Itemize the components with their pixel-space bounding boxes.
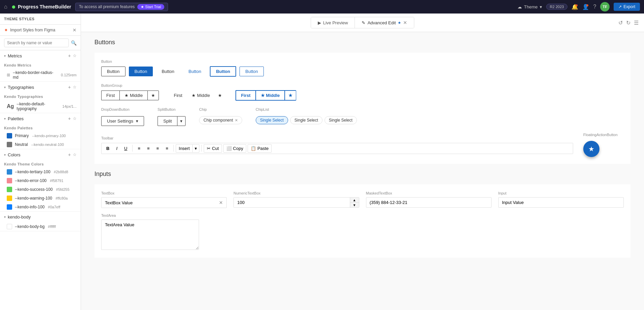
fab-block: FloatingActionButton ★ <box>583 133 624 157</box>
advanced-edit-tab[interactable]: ✎ Advanced Edit ★ ✕ <box>355 17 414 28</box>
start-trial-button[interactable]: ★ Start Trial <box>137 4 164 10</box>
numeric-input[interactable] <box>234 198 349 207</box>
numeric-textbox-field[interactable]: ▲ ▼ <box>233 197 359 208</box>
toolbar-paste-button[interactable]: 📋 Paste <box>248 144 272 153</box>
toolbar-italic-button[interactable]: I <box>113 144 120 153</box>
input-field[interactable] <box>498 197 624 208</box>
typography-default[interactable]: Ag --kendo-default-typography 14px/1... <box>0 100 81 113</box>
star-metrics-button[interactable]: ☆ <box>73 53 77 58</box>
color-tertiary[interactable]: --kendo-tertiary-100 #2b88d8 <box>0 167 81 176</box>
spinner-down-button[interactable]: ▼ <box>350 203 359 207</box>
spinner-up-button[interactable]: ▲ <box>350 198 359 203</box>
help-icon[interactable]: ? <box>593 4 596 10</box>
export-icon: ↗ <box>618 4 622 9</box>
sidebar-section-metrics-header[interactable]: ▾ Metrics + ☆ <box>0 50 81 61</box>
toolbar-insert-arrow-button[interactable]: ▾ <box>193 145 199 152</box>
dropdown-button[interactable]: User Settings ▾ <box>101 116 144 126</box>
btn-group3-middle[interactable]: ★ Middle <box>255 90 285 101</box>
sidebar-section-typographies-header[interactable]: ▾ Typographies + ☆ <box>0 82 81 93</box>
chiplist-label: ChipList <box>256 107 357 111</box>
palette-neutral[interactable]: Neutral --kendo-neutral-100 <box>0 140 81 149</box>
figma-import-bar[interactable]: ✦ Import Styles from Figma ✕ <box>0 25 81 36</box>
chip-item-2[interactable]: Single Select <box>290 116 323 124</box>
toolbar-align-left-button[interactable]: ≡ <box>135 144 143 153</box>
btn-group2-star[interactable]: ★ <box>215 91 225 100</box>
masked-textbox-field[interactable] <box>366 197 492 208</box>
star-colors-button[interactable]: ☆ <box>73 152 77 157</box>
toolbar-cut-button[interactable]: ✂ Cut <box>204 144 222 153</box>
kendo-body-section-header[interactable]: ▾ kendo-body <box>0 212 81 222</box>
metric-border-radius[interactable]: ⊞ --kendo-border-radius-md 0.125rem <box>0 69 81 81</box>
toolbar-copy-button[interactable]: ⬜ Copy <box>223 144 246 153</box>
textbox-input[interactable] <box>105 200 217 205</box>
button-primary[interactable]: Button <box>129 67 153 76</box>
split-arrow-button[interactable]: ▾ <box>177 116 186 126</box>
figma-import-close-button[interactable]: ✕ <box>73 27 77 33</box>
toolbar-underline-button[interactable]: U <box>121 144 130 153</box>
btn-group2-first[interactable]: First <box>169 91 187 100</box>
button-outline-light[interactable]: Button <box>240 67 264 76</box>
color-warning[interactable]: --kendo-warning-100 #ffc80a <box>0 194 81 203</box>
version-badge: R2 2023 <box>546 4 568 10</box>
star-palettes-button[interactable]: ☆ <box>73 116 77 121</box>
button-group-1: First ★ Middle ★ <box>101 91 159 100</box>
chip-item-1[interactable]: Single Select <box>256 116 288 124</box>
kendo-body-bg[interactable]: --kendo-body-bg #ffffff <box>0 222 81 231</box>
btn-group1-first[interactable]: First <box>101 91 119 100</box>
add-palette-button[interactable]: + <box>68 116 71 121</box>
toolbar-align-justify-button[interactable]: ≡ <box>163 144 171 153</box>
btn-group3-star[interactable]: ★ <box>284 90 296 101</box>
settings-icon[interactable]: ☰ <box>634 20 639 26</box>
textarea-input[interactable]: TextArea Value <box>101 219 199 250</box>
sidebar-section-palettes-header[interactable]: ▾ Palettes + ☆ <box>0 113 81 124</box>
chip-item-3[interactable]: Single Select <box>325 116 357 124</box>
btn-group3-first[interactable]: First <box>235 90 255 101</box>
export-button[interactable]: ↗ Export <box>614 3 640 11</box>
button-outline-primary[interactable]: Button <box>210 66 236 77</box>
textbox-field[interactable]: ✕ <box>101 197 227 208</box>
button-outline[interactable]: Button <box>101 67 125 76</box>
color-error[interactable]: --kendo-error-100 #f58791 <box>0 176 81 185</box>
theme-selector[interactable]: ☁ Theme ▾ <box>517 4 542 9</box>
search-input[interactable] <box>4 38 69 47</box>
masked-textbox-input[interactable] <box>370 200 488 205</box>
add-color-button[interactable]: + <box>68 152 71 157</box>
notifications-icon[interactable]: 🔔 <box>571 4 578 10</box>
color-info[interactable]: --kendo-info-100 #0a7eff <box>0 203 81 211</box>
split-main-button[interactable]: Split <box>158 116 177 126</box>
redo-button[interactable]: ↻ <box>626 20 631 26</box>
color-success[interactable]: --kendo-success-100 #5fd255 <box>0 185 81 194</box>
users-icon[interactable]: 👤 <box>582 4 589 10</box>
advanced-edit-star-icon: ★ <box>398 21 401 25</box>
undo-button[interactable]: ↺ <box>618 20 623 26</box>
live-preview-tab[interactable]: ▶ Live Preview <box>311 17 355 28</box>
toolbar-bold-button[interactable]: B <box>103 144 112 153</box>
floating-action-button[interactable]: ★ <box>583 141 599 157</box>
advanced-edit-close-icon[interactable]: ✕ <box>403 20 407 25</box>
button-flat[interactable]: Button <box>156 67 180 76</box>
textarea-wrapper: TextArea TextArea Value <box>101 213 624 251</box>
chip-close-icon[interactable]: ✕ <box>235 118 238 123</box>
toolbar-insert-button[interactable]: Insert <box>176 145 193 152</box>
star-typography-button[interactable]: ☆ <box>73 85 77 89</box>
toolbar-align-center-button[interactable]: ≡ <box>144 144 153 153</box>
btn-group1-middle[interactable]: ★ Middle <box>119 91 147 100</box>
textbox-clear-icon[interactable]: ✕ <box>219 200 223 205</box>
add-metric-button[interactable]: + <box>68 53 71 58</box>
btn-group1-star[interactable]: ★ <box>147 91 159 100</box>
add-typography-button[interactable]: + <box>68 84 71 90</box>
sidebar-section-metrics: ▾ Metrics + ☆ Kendo Metrics ⊞ --kendo-bo… <box>0 50 81 82</box>
button-link[interactable]: Button <box>183 67 207 76</box>
input-input[interactable] <box>502 200 620 205</box>
chip-component[interactable]: Chip component ✕ <box>199 116 242 124</box>
user-avatar[interactable]: TF <box>600 2 610 11</box>
sidebar-section-colors-header[interactable]: ▾ Colors + ☆ <box>0 149 81 160</box>
palette-primary[interactable]: Primary --kendo-primary-100 <box>0 131 81 140</box>
theme-chevron-icon: ▾ <box>540 4 542 9</box>
toolbar-align-right-button[interactable]: ≡ <box>153 144 162 153</box>
home-icon[interactable]: ⌂ <box>4 4 7 10</box>
trial-banner: To access all premium features ★ Start T… <box>75 3 168 11</box>
search-bar: 🔍 <box>0 36 81 50</box>
button-row: Button Button Button Button Button Butto… <box>101 66 624 77</box>
btn-group2-middle[interactable]: ★ Middle <box>187 91 215 100</box>
